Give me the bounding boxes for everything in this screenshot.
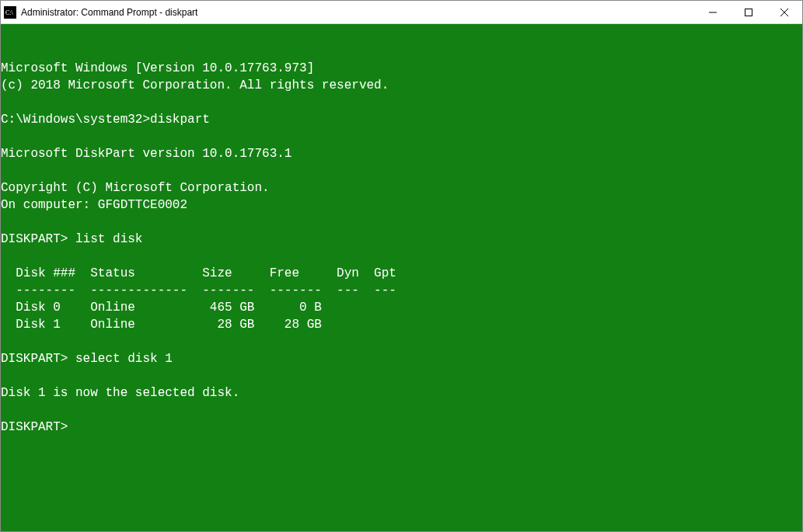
terminal-line: Disk 1 Online 28 GB 28 GB — [1, 318, 322, 332]
command-prompt-window: C:\ Administrator: Command Prompt - disk… — [0, 0, 803, 532]
close-button[interactable] — [766, 1, 802, 23]
terminal-line: Copyright (C) Microsoft Corporation. — [1, 181, 270, 195]
window-controls — [695, 1, 802, 23]
terminal-line: -------- ------------- ------- ------- -… — [1, 283, 396, 297]
terminal-line: Disk ### Status Size Free Dyn Gpt — [1, 266, 396, 280]
svg-text:C:\: C:\ — [5, 9, 14, 16]
terminal-line: DISKPART> select disk 1 — [1, 352, 173, 366]
terminal-line: DISKPART> list disk — [1, 232, 142, 246]
terminal-line: Microsoft DiskPart version 10.0.17763.1 — [1, 147, 292, 161]
window-title: Administrator: Command Prompt - diskpart — [21, 7, 695, 18]
terminal-line: Microsoft Windows [Version 10.0.17763.97… — [1, 61, 314, 75]
terminal-area[interactable]: Microsoft Windows [Version 10.0.17763.97… — [1, 24, 802, 531]
terminal-content: Microsoft Windows [Version 10.0.17763.97… — [1, 60, 802, 436]
terminal-line: C:\Windows\system32>diskpart — [1, 113, 210, 127]
titlebar[interactable]: C:\ Administrator: Command Prompt - disk… — [1, 1, 802, 24]
svg-rect-3 — [745, 9, 752, 16]
maximize-button[interactable] — [731, 1, 766, 23]
terminal-line: On computer: GFGDTTCE0002 — [1, 198, 187, 212]
terminal-line: Disk 0 Online 465 GB 0 B — [1, 301, 322, 315]
cmd-icon: C:\ — [4, 6, 16, 19]
terminal-line: (c) 2018 Microsoft Corporation. All righ… — [1, 78, 389, 92]
terminal-line: DISKPART> — [1, 420, 68, 434]
terminal-line: Disk 1 is now the selected disk. — [1, 386, 239, 400]
minimize-button[interactable] — [695, 1, 731, 23]
